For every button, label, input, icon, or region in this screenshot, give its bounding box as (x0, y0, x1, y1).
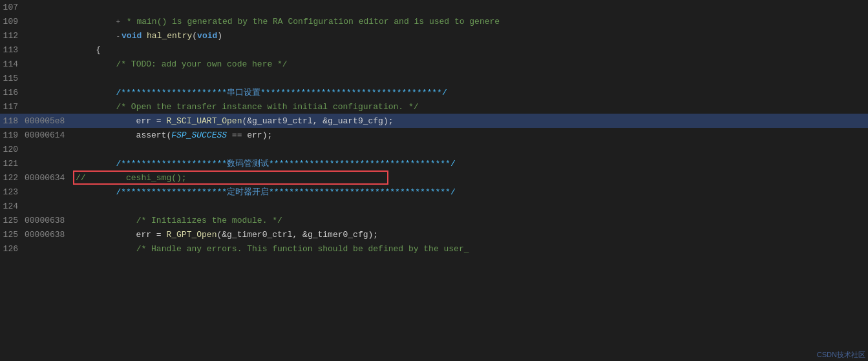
indent-114 (76, 59, 116, 69)
code-line-113: 113 { (0, 43, 868, 57)
code-content-117: /* Open the transfer instance with initi… (73, 102, 868, 112)
code-content-116: /*********************串口设置**************… (73, 87, 868, 98)
assert-suffix: == err); (227, 130, 272, 140)
code-content-126: /* Handle any errors. This function shou… (73, 244, 868, 254)
code-line-116: 116 /*********************串口设置**********… (0, 85, 868, 99)
comment-125: /* Initializes the module. */ (136, 216, 282, 225)
code-line-126: 126 /* Handle any errors. This function … (0, 242, 868, 256)
code-line-115: 115 (0, 71, 868, 85)
code-content-119: assert(FSP_SUCCESS == err); (73, 130, 868, 140)
line-num-109: 109 (0, 17, 25, 26)
line-num-114: 114 (0, 59, 25, 69)
brace-open: { (76, 45, 101, 55)
indent-125-c (76, 216, 136, 225)
args-118: (&g_uart9_ctrl, &g_uart9_cfg); (242, 116, 393, 126)
line-num-112: 112 (0, 31, 25, 41)
line-num-121: 121 (0, 159, 25, 169)
comment-stars-pre-116: /********************* (116, 88, 227, 98)
line-num-124: 124 (0, 201, 25, 211)
expand-icon-112[interactable]: - (116, 32, 120, 40)
paren-open-112: ( (192, 31, 197, 41)
paren-close-112: ) (217, 31, 222, 41)
line-num-118: 118 (0, 116, 25, 126)
code-line-125: 125 00000638 err = R_GPT_Open(&g_timer0_… (0, 227, 868, 242)
comment-stars-post-121: ************************************/ (269, 159, 456, 169)
kw-void-param: void (197, 31, 217, 41)
comment-chinese-116: 串口设置 (227, 88, 260, 98)
indent-118: err = (76, 116, 166, 126)
address-125-c: 00000638 (25, 216, 73, 225)
func-hal-entry: hal_entry (147, 31, 192, 41)
line-num-122: 122 (0, 173, 25, 183)
code-content-113: { (73, 45, 868, 55)
code-line-117: 117 /* Open the transfer instance with i… (0, 99, 868, 114)
func-sci-uart-open: R_SCI_UART_Open (166, 116, 242, 126)
code-line-119: 119 00000614 assert(FSP_SUCCESS == err); (0, 128, 868, 142)
address-122: 00000634 (25, 173, 73, 183)
indent-126 (76, 244, 136, 254)
comment-chinese-121: 数码管测试 (227, 159, 269, 169)
line-num-125: 125 (0, 230, 25, 240)
code-line-125-comment: 125 00000638 /* Initializes the module. … (0, 213, 868, 227)
code-line-123: 123 /*********************定时器开启*********… (0, 185, 868, 199)
code-content-125: err = R_GPT_Open(&g_timer0_ctrl, &g_time… (73, 230, 868, 240)
code-content-121: /*********************数码管测试*************… (73, 158, 868, 169)
watermark: CSDN技术社区 (817, 350, 865, 360)
comment-126: /* Handle any errors. This function shou… (136, 244, 469, 254)
code-content-125-c: /* Initializes the module. */ (73, 216, 868, 225)
address-118: 000005e8 (25, 116, 73, 126)
indent-123 (76, 187, 116, 197)
comment-todo: /* TODO: add your own code here */ (116, 59, 287, 69)
indent-116 (76, 88, 116, 98)
indent-121 (76, 159, 116, 169)
args-125: (&g_timer0_ctrl, &g_timer0_cfg); (217, 230, 378, 240)
address-119: 00000614 (25, 130, 73, 140)
address-125: 00000638 (25, 230, 73, 240)
code-line-114: 114 /* TODO: add your own code here */ (0, 57, 868, 71)
comment-stars-post-116: ************************************/ (260, 88, 447, 98)
code-content-123: /*********************定时器开启*************… (73, 186, 868, 198)
code-editor: 107 109 + * main() is generated by the R… (0, 0, 868, 361)
code-line-112: 112 -void hal_entry(void) (0, 28, 868, 43)
code-content-122: // ceshi_smg(); (73, 173, 868, 183)
func-gpt-open: R_GPT_Open (166, 230, 217, 240)
line-num-120: 120 (0, 145, 25, 154)
comment-117: /* Open the transfer instance with initi… (116, 102, 418, 112)
code-line-120: 120 (0, 142, 868, 156)
comment-stars-post-123: ************************************/ (269, 187, 456, 197)
kw-void-112: void (122, 31, 142, 41)
line-num-115: 115 (0, 74, 25, 83)
indent-112 (106, 31, 116, 41)
code-line-118: 118 000005e8 err = R_SCI_UART_Open(&g_ua… (0, 114, 868, 128)
line-num-117: 117 (0, 102, 25, 112)
indent-117 (76, 102, 116, 112)
line-num-113: 113 (0, 45, 25, 55)
line-num-119: 119 (0, 130, 25, 140)
code-line-122: 122 00000634 // ceshi_smg(); (0, 170, 868, 185)
line-num-123: 123 (0, 187, 25, 197)
comment-stars-pre-121: /********************* (116, 159, 227, 169)
code-line-124: 124 (0, 199, 868, 213)
indent-125: err = (76, 230, 166, 240)
line-num-116: 116 (0, 88, 25, 98)
line-num-107: 107 (0, 3, 25, 12)
code-line-121: 121 /*********************数码管测试*********… (0, 156, 868, 170)
space-112 (142, 31, 147, 41)
assert-prefix: assert( (76, 130, 171, 140)
code-content-114: /* TODO: add your own code here */ (73, 59, 868, 69)
line-num-126: 126 (0, 244, 25, 254)
comment-ceshi: // ceshi_smg(); (76, 173, 187, 183)
comment-stars-pre-123: /********************* (116, 187, 227, 197)
comment-chinese-123: 定时器开启 (227, 187, 269, 197)
fsp-success: FSP_SUCCESS (171, 130, 227, 140)
code-content-118: err = R_SCI_UART_Open(&g_uart9_ctrl, &g_… (73, 116, 868, 126)
line-num-125-c: 125 (0, 216, 25, 225)
